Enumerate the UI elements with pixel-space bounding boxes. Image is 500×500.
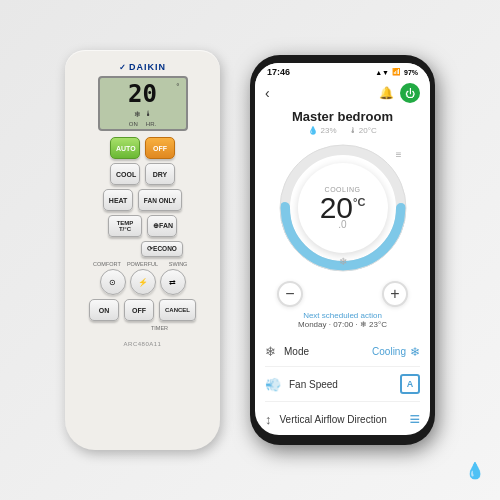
heat-button[interactable]: HEAT [103, 189, 133, 211]
scene: ✓ DAIKIN ° 20 ❄ 🌡 ON HR. [0, 0, 500, 500]
temp-button[interactable]: TEMPT/°C [108, 215, 142, 237]
icon-btn-row: ⊙ ⚡ ⇄ [100, 269, 186, 295]
battery-level: 97% [404, 69, 418, 76]
next-action-label: Next scheduled action [255, 311, 430, 320]
temp-minus-button[interactable]: − [277, 281, 303, 307]
temp-stat: 🌡 20°C [349, 126, 377, 135]
cool-dry-row: COOL DRY [75, 163, 210, 185]
econo-button[interactable]: ⟳ECONO [141, 241, 183, 257]
fan-setting-value: A [400, 374, 420, 394]
auto-button[interactable]: AUTO [110, 137, 140, 159]
airflow-setting-value: ≡ [409, 409, 420, 430]
thermostat: COOLING 20 °C .0 ≡ ❄ [278, 143, 408, 273]
app-header: ‹ 🔔 ⏻ [255, 79, 430, 107]
schedule-detail: Monday · 07:00 · ❄ 23°C [255, 320, 430, 329]
remote-control: ✓ DAIKIN ° 20 ❄ 🌡 ON HR. [65, 50, 220, 450]
lcd-temp: 20 [128, 80, 157, 108]
lcd-on-label: ON [129, 121, 138, 127]
wifi-icon: 📶 [392, 68, 401, 76]
comfort-icon-button[interactable]: ⊙ [100, 269, 126, 295]
fan-value-badge: A [400, 374, 420, 394]
temp-fan-row: TEMPT/°C ⊕FAN [75, 215, 210, 237]
fan-setting-left: 💨 Fan Speed [265, 377, 338, 392]
logo-check: ✓ [119, 63, 127, 72]
thermostat-container: COOLING 20 °C .0 ≡ ❄ [255, 139, 430, 277]
mode-setting-icon: ❄ [265, 344, 276, 359]
mode-setting-row[interactable]: ❄ Mode Cooling ❄ [265, 337, 420, 367]
on-button[interactable]: ON [89, 299, 119, 321]
powerful-label: POWERFUL [127, 261, 158, 267]
cool-button[interactable]: COOL [110, 163, 140, 185]
econo-row: ⟳ECONO [75, 241, 210, 257]
power-icon: ⏻ [405, 88, 415, 99]
phone: 17:46 ▲▼ 📶 97% ‹ 🔔 ⏻ Master bedroom [250, 55, 435, 445]
water-drop-decoration: 💧 [465, 461, 485, 480]
fan-setting-row[interactable]: 💨 Fan Speed A [265, 367, 420, 402]
mode-setting-value: Cooling ❄ [372, 345, 420, 359]
header-icons: 🔔 ⏻ [379, 83, 420, 103]
airflow-value-icon: ≡ [409, 409, 420, 430]
mode-setting-label: Mode [284, 346, 309, 357]
menu-dots[interactable]: ≡ [396, 149, 402, 160]
lcd-hr-label: HR. [146, 121, 156, 127]
back-button[interactable]: ‹ [265, 85, 270, 101]
remote-top: ✓ DAIKIN ° 20 ❄ 🌡 ON HR. [75, 62, 210, 131]
swing-label: SWING [163, 261, 193, 267]
fan-setting-icon: 💨 [265, 377, 281, 392]
timer-label: TIMER [151, 325, 168, 331]
thermostat-inner: COOLING 20 °C .0 [298, 163, 388, 253]
room-title: Master bedroom [255, 107, 430, 126]
status-icons: ▲▼ 📶 97% [375, 68, 418, 76]
lcd-display: ° 20 ❄ 🌡 ON HR. [98, 76, 188, 131]
temp-decimal: .0 [338, 219, 346, 230]
model-number: ARC480A11 [124, 341, 162, 347]
lcd-mode-icon: ❄ [134, 110, 141, 119]
schedule-section: Next scheduled action Monday · 07:00 · ❄… [255, 309, 430, 333]
lcd-unit: ° [176, 82, 179, 91]
airflow-setting-label: Vertical Airflow Direction [280, 414, 387, 425]
fan-setting-label: Fan Speed [289, 379, 338, 390]
daikin-logo: ✓ DAIKIN [119, 62, 166, 72]
airflow-setting-row[interactable]: ↕ Vertical Airflow Direction ≡ [265, 402, 420, 435]
humidity-stat: 💧 23% [308, 126, 336, 135]
off-button[interactable]: OFF [145, 137, 175, 159]
power-button[interactable]: ⏻ [400, 83, 420, 103]
brand-name: DAIKIN [129, 62, 166, 72]
room-stats: 💧 23% 🌡 20°C [255, 126, 430, 139]
temp-controls: − + [255, 279, 430, 309]
fan-button[interactable]: ⊕FAN [147, 215, 177, 237]
off-timer-button[interactable]: OFF [124, 299, 154, 321]
mode-value-icon: ❄ [410, 345, 420, 359]
airflow-setting-left: ↕ Vertical Airflow Direction [265, 412, 387, 427]
status-time: 17:46 [267, 67, 290, 77]
heat-fan-row: HEAT FAN ONLY [75, 189, 210, 211]
swing-icon-button[interactable]: ⇄ [160, 269, 186, 295]
comfort-label: COMFORT [92, 261, 122, 267]
mode-value-text: Cooling [372, 346, 406, 357]
mode-setting-left: ❄ Mode [265, 344, 309, 359]
powerful-icon-button[interactable]: ⚡ [130, 269, 156, 295]
status-bar: 17:46 ▲▼ 📶 97% [255, 63, 430, 79]
temp-plus-button[interactable]: + [382, 281, 408, 307]
temp-unit: °C [353, 197, 365, 208]
auto-off-row: AUTO OFF [75, 137, 210, 159]
dry-button[interactable]: DRY [145, 163, 175, 185]
bell-icon[interactable]: 🔔 [379, 86, 394, 100]
comfort-label-row: COMFORT POWERFUL SWING [75, 261, 210, 267]
settings-list: ❄ Mode Cooling ❄ 💨 Fan Speed [255, 333, 430, 435]
cancel-button[interactable]: CANCEL [159, 299, 196, 321]
timer-row: ON OFF CANCEL [75, 299, 210, 321]
signal-icon: ▲▼ [375, 69, 389, 76]
timer-label-row: TIMER [75, 325, 210, 331]
phone-screen: 17:46 ▲▼ 📶 97% ‹ 🔔 ⏻ Master bedroom [255, 63, 430, 435]
snowflake-icon: ❄ [339, 256, 347, 267]
fan-only-button[interactable]: FAN ONLY [138, 189, 182, 211]
temp-value: 20 [320, 193, 353, 223]
airflow-setting-icon: ↕ [265, 412, 272, 427]
